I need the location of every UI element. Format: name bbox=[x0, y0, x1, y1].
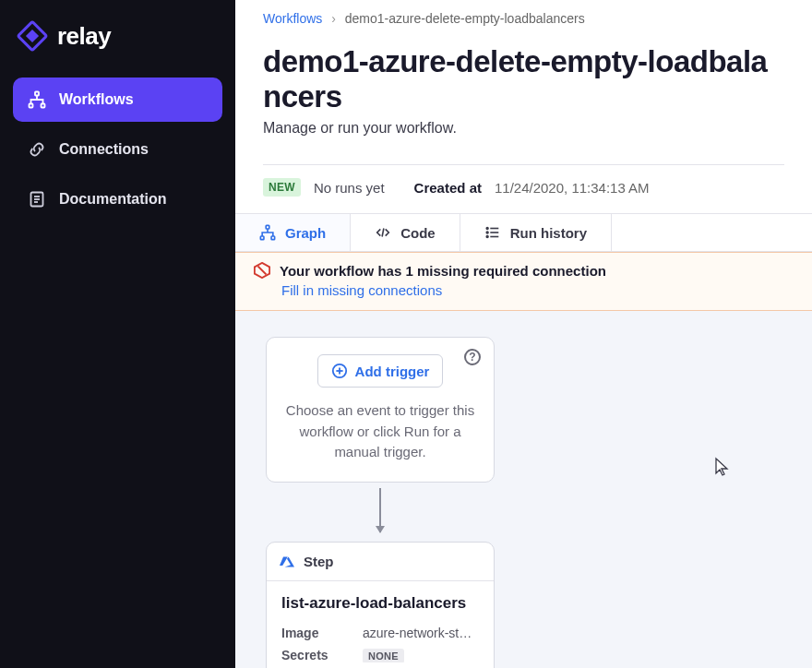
tab-label: Run history bbox=[510, 225, 587, 241]
add-trigger-label: Add trigger bbox=[355, 364, 430, 379]
tab-graph[interactable]: Graph bbox=[235, 214, 351, 251]
step-header: Step bbox=[267, 543, 494, 581]
trigger-description: Choose an event to trigger this workflow… bbox=[281, 400, 479, 463]
error-icon bbox=[254, 262, 270, 279]
step-card[interactable]: Step list-azure-load-balancers Image azu… bbox=[266, 542, 495, 668]
svg-rect-9 bbox=[266, 225, 269, 229]
svg-point-17 bbox=[486, 232, 488, 233]
plus-circle-icon bbox=[331, 363, 348, 379]
help-icon[interactable]: ? bbox=[464, 349, 481, 365]
svg-point-18 bbox=[486, 236, 488, 238]
sidebar-item-documentation[interactable]: Documentation bbox=[13, 177, 222, 221]
sidebar-item-label: Workflows bbox=[59, 91, 134, 108]
sidebar-nav: Workflows Connections Documentation bbox=[0, 78, 235, 221]
svg-line-12 bbox=[382, 229, 384, 237]
created-value: 11/24/2020, 11:34:13 AM bbox=[495, 180, 650, 196]
add-trigger-button[interactable]: Add trigger bbox=[317, 354, 444, 388]
code-icon bbox=[375, 224, 391, 241]
created-label: Created at bbox=[414, 180, 482, 196]
sidebar-item-label: Connections bbox=[59, 141, 149, 158]
status-badge-new: NEW bbox=[263, 178, 301, 197]
page-subtitle: Manage or run your workflow. bbox=[263, 120, 784, 137]
runs-status: No runs yet bbox=[314, 180, 385, 196]
tab-run-history[interactable]: Run history bbox=[460, 214, 612, 251]
breadcrumb-root[interactable]: Workflows bbox=[263, 11, 322, 26]
tab-label: Code bbox=[400, 225, 436, 241]
connector-arrow bbox=[379, 488, 381, 532]
trigger-card[interactable]: ? Add trigger Choose an event to trigger… bbox=[266, 337, 495, 483]
step-title: list-azure-load-balancers bbox=[281, 594, 479, 613]
svg-rect-10 bbox=[260, 236, 264, 240]
breadcrumb: Workflows › demo1-azure-delete-empty-loa… bbox=[235, 0, 812, 31]
sidebar-item-workflows[interactable]: Workflows bbox=[13, 78, 222, 122]
step-image-row: Image azure-network-step-… bbox=[281, 626, 479, 640]
svg-rect-2 bbox=[35, 92, 39, 96]
breadcrumb-current: demo1-azure-delete-empty-loadbalancers bbox=[345, 11, 585, 26]
step-header-label: Step bbox=[304, 554, 334, 569]
svg-rect-3 bbox=[30, 104, 33, 108]
connections-icon bbox=[28, 140, 46, 159]
list-icon bbox=[484, 224, 501, 241]
svg-rect-11 bbox=[271, 236, 275, 240]
step-image-value: azure-network-step-… bbox=[363, 626, 479, 640]
chevron-right-icon: › bbox=[331, 11, 336, 26]
svg-marker-24 bbox=[280, 556, 288, 566]
step-image-key: Image bbox=[281, 626, 363, 640]
brand-logo[interactable]: relay bbox=[0, 0, 235, 78]
tabs: Graph Code Run history bbox=[235, 213, 812, 252]
page-header: demo1-azure-delete-empty-loadbalancers M… bbox=[235, 31, 812, 146]
workflow-icon bbox=[28, 90, 46, 109]
cursor-icon bbox=[714, 457, 731, 477]
page-title: demo1-azure-delete-empty-loadbalancers bbox=[263, 44, 784, 114]
meta-row: NEW No runs yet Created at 11/24/2020, 1… bbox=[235, 165, 812, 213]
graph-icon bbox=[259, 224, 276, 241]
relay-logo-icon bbox=[17, 20, 48, 52]
missing-connection-alert: Your workflow has 1 missing required con… bbox=[235, 252, 812, 311]
documentation-icon bbox=[28, 190, 46, 209]
tab-label: Graph bbox=[285, 225, 326, 241]
svg-rect-1 bbox=[26, 30, 39, 42]
workflow-canvas[interactable]: ? Add trigger Choose an event to trigger… bbox=[235, 311, 812, 668]
azure-icon bbox=[280, 555, 294, 569]
svg-line-20 bbox=[258, 267, 267, 275]
main: Workflows › demo1-azure-delete-empty-loa… bbox=[235, 0, 812, 668]
brand-name: relay bbox=[57, 22, 111, 51]
tab-code[interactable]: Code bbox=[351, 214, 460, 251]
alert-message: Your workflow has 1 missing required con… bbox=[280, 263, 606, 279]
svg-point-16 bbox=[486, 228, 488, 230]
sidebar-item-connections[interactable]: Connections bbox=[13, 127, 222, 172]
sidebar: relay Workflows Connections bbox=[0, 0, 235, 668]
svg-rect-4 bbox=[42, 104, 45, 108]
fill-connections-link[interactable]: Fill in missing connections bbox=[281, 282, 442, 298]
step-secrets-value: NONE bbox=[363, 649, 404, 662]
step-secrets-key: Secrets bbox=[281, 648, 363, 662]
sidebar-item-label: Documentation bbox=[59, 191, 166, 208]
step-secrets-row: Secrets NONE bbox=[281, 648, 479, 662]
